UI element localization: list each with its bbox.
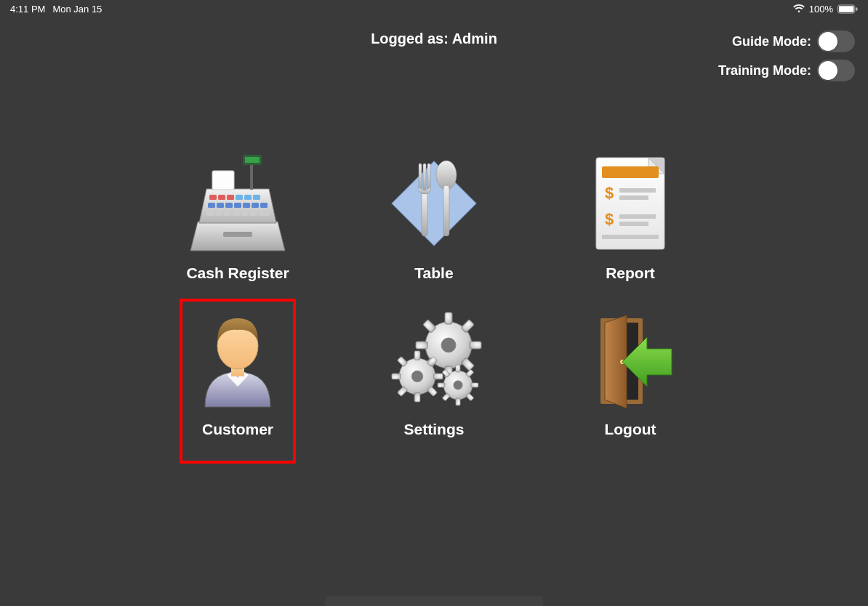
status-bar: 4:11 PM Mon Jan 15 100% — [0, 0, 868, 17]
svg-rect-14 — [243, 203, 250, 208]
svg-rect-24 — [212, 171, 234, 190]
svg-rect-36 — [602, 166, 659, 178]
svg-rect-18 — [215, 211, 222, 216]
home-indicator — [325, 596, 543, 606]
menu-item-label: Cash Register — [186, 264, 289, 282]
svg-rect-43 — [602, 235, 659, 239]
svg-point-48 — [441, 338, 456, 352]
guide-mode-label: Guide Mode: — [732, 34, 811, 49]
training-mode-row: Training Mode: — [718, 60, 855, 81]
svg-rect-34 — [443, 185, 449, 236]
svg-rect-21 — [241, 211, 249, 216]
menu-item-cash-register[interactable]: Cash Register — [180, 145, 296, 302]
battery-icon — [837, 4, 858, 14]
menu-item-logout[interactable]: Logout — [572, 302, 688, 458]
svg-rect-19 — [224, 211, 231, 216]
menu-item-table[interactable]: Table — [376, 145, 492, 302]
table-icon — [376, 145, 492, 262]
svg-rect-1 — [839, 6, 854, 12]
svg-rect-38 — [619, 188, 656, 193]
svg-rect-30 — [419, 163, 422, 190]
wifi-icon — [793, 4, 805, 13]
svg-rect-4 — [209, 195, 217, 200]
training-mode-toggle[interactable] — [817, 60, 855, 81]
main-menu: Cash Register — [140, 145, 728, 458]
svg-rect-7 — [236, 195, 243, 200]
menu-item-label: Logout — [604, 421, 656, 438]
svg-rect-29 — [422, 193, 427, 236]
menu-item-label: Report — [606, 264, 655, 282]
menu-item-label: Customer — [202, 421, 273, 438]
guide-mode-row: Guide Mode: — [718, 31, 855, 52]
svg-point-52 — [454, 381, 462, 389]
svg-rect-10 — [208, 203, 215, 208]
svg-rect-15 — [252, 203, 259, 208]
guide-mode-toggle[interactable] — [817, 31, 855, 52]
svg-rect-20 — [233, 211, 240, 216]
menu-item-label: Table — [414, 264, 453, 282]
svg-rect-27 — [245, 157, 260, 163]
settings-icon — [376, 302, 492, 418]
menu-item-settings[interactable]: Settings — [376, 302, 492, 458]
training-mode-label: Training Mode: — [718, 63, 811, 78]
svg-rect-28 — [392, 161, 476, 246]
svg-rect-13 — [234, 203, 241, 208]
svg-rect-12 — [225, 203, 233, 208]
menu-item-report[interactable]: $ $ Report — [572, 145, 688, 302]
svg-rect-31 — [423, 163, 426, 190]
menu-item-customer[interactable]: Customer — [180, 302, 296, 458]
svg-rect-5 — [218, 195, 225, 200]
status-date: Mon Jan 15 — [52, 4, 102, 15]
svg-rect-3 — [223, 232, 252, 237]
svg-rect-32 — [427, 163, 430, 190]
svg-rect-39 — [619, 195, 648, 200]
svg-rect-23 — [259, 211, 269, 216]
svg-rect-6 — [227, 195, 234, 200]
status-left: 4:11 PM Mon Jan 15 — [10, 4, 102, 15]
svg-rect-2 — [856, 7, 857, 11]
svg-rect-9 — [253, 195, 260, 200]
battery-percent: 100% — [809, 4, 833, 15]
svg-rect-16 — [260, 203, 268, 208]
svg-rect-11 — [217, 203, 224, 208]
mode-toggles: Guide Mode: Training Mode: — [718, 31, 855, 81]
logged-as-label: Logged as: Admin — [371, 31, 497, 47]
svg-rect-8 — [244, 195, 252, 200]
svg-rect-17 — [206, 211, 214, 216]
status-right: 100% — [793, 4, 858, 15]
logout-icon — [572, 302, 688, 418]
svg-text:$: $ — [605, 184, 614, 202]
svg-point-50 — [411, 371, 423, 382]
svg-rect-42 — [619, 222, 648, 226]
status-time: 4:11 PM — [10, 4, 45, 15]
svg-rect-22 — [250, 211, 257, 216]
menu-item-label: Settings — [404, 421, 465, 438]
cash-register-icon — [180, 145, 296, 262]
report-icon: $ $ — [572, 145, 688, 262]
svg-rect-47 — [445, 312, 452, 324]
svg-rect-41 — [619, 214, 656, 219]
svg-text:$: $ — [605, 210, 614, 228]
customer-icon — [180, 302, 296, 418]
